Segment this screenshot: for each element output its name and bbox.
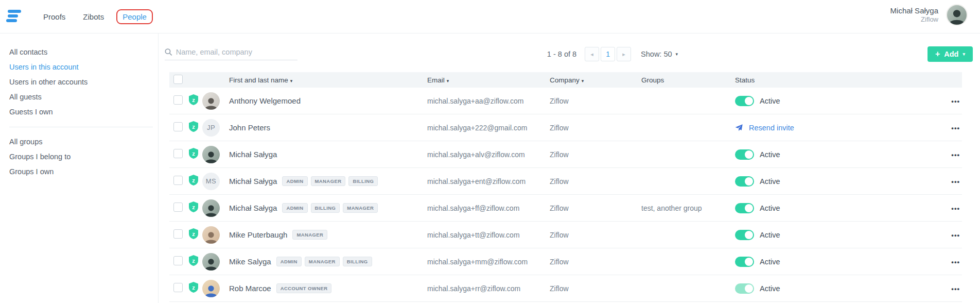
status-toggle[interactable] (735, 149, 754, 160)
row-actions-button[interactable]: ••• (951, 178, 960, 186)
row-actions-button[interactable]: ••• (951, 97, 960, 105)
role-badge: ADMIN (276, 257, 302, 266)
row-checkbox[interactable] (173, 176, 183, 185)
row-actions-button[interactable]: ••• (951, 124, 960, 132)
status-toggle[interactable] (735, 257, 754, 267)
row-checkbox[interactable] (173, 149, 183, 158)
sidebar-item-groups-i-belong-to[interactable]: Groups I belong to (0, 149, 158, 164)
show-per-page-dropdown[interactable]: Show: 50 ▾ (641, 50, 678, 58)
row-checkbox[interactable] (173, 229, 183, 239)
sidebar-item-all-groups[interactable]: All groups (0, 134, 158, 149)
avatar-photo (202, 199, 220, 217)
user-company: Ziflow (550, 284, 641, 293)
row-checkbox[interactable] (173, 122, 183, 131)
ziflow-logo-icon[interactable] (7, 10, 22, 23)
svg-text:z: z (192, 231, 195, 237)
table-header-row: First and last name▾ Email▾ Company▾ Gro… (169, 72, 962, 88)
status-label: Active (760, 231, 780, 239)
current-page-button[interactable]: 1 (601, 47, 615, 61)
ziflow-user-shield-icon: z (189, 201, 198, 212)
main-content: 1 - 8 of 8 ◂ 1 ▸ Show: 50 ▾ + Add ▾ Firs… (159, 33, 980, 303)
table-body: z Anthony Welgemoed michal.salyga+aa@zif… (169, 88, 962, 302)
status-toggle[interactable] (735, 230, 754, 240)
user-email: michal.salyga+mm@ziflow.com (427, 258, 550, 266)
role-badge: BILLING (311, 203, 340, 213)
status-label: Active (760, 97, 780, 105)
user-company: Ziflow (550, 124, 641, 132)
status-label: Active (760, 177, 780, 186)
svg-text:z: z (192, 124, 195, 130)
top-nav: ProofsZibotsPeople Michał Sałyga Ziflow (0, 0, 980, 33)
svg-text:z: z (192, 150, 195, 157)
row-checkbox[interactable] (173, 203, 183, 212)
row-actions-button[interactable]: ••• (951, 151, 960, 159)
ziflow-user-shield-icon: z (189, 282, 198, 293)
avatar-photo (202, 146, 220, 163)
ziflow-user-shield-icon: z (189, 94, 198, 105)
user-avatar[interactable] (946, 4, 968, 26)
row-checkbox[interactable] (173, 256, 183, 265)
search-input[interactable] (176, 48, 297, 56)
row-actions-button[interactable]: ••• (951, 205, 960, 212)
avatar-photo (202, 280, 220, 297)
chevron-down-icon: ▾ (962, 52, 965, 57)
row-checkbox[interactable] (173, 283, 183, 292)
status-toggle[interactable] (735, 283, 754, 294)
role-badge: MANAGER (292, 230, 327, 240)
row-actions-button[interactable]: ••• (951, 258, 960, 266)
nav-item-zibots[interactable]: Zibots (78, 10, 109, 23)
next-page-button[interactable]: ▸ (617, 47, 631, 61)
table-row: z Anthony Welgemoed michal.salyga+aa@zif… (169, 88, 962, 114)
sidebar-item-all-contacts[interactable]: All contacts (0, 45, 158, 60)
table-row: z JP John Peters michal.salyga+222@gmail… (169, 114, 962, 141)
status-toggle[interactable] (735, 176, 754, 187)
sidebar-item-users-in-this-account[interactable]: Users in this account (0, 60, 158, 75)
nav-item-people[interactable]: People (116, 9, 153, 24)
user-name: Rob Marcoe (229, 284, 271, 293)
sidebar-item-users-in-other-accounts[interactable]: Users in other accounts (0, 75, 158, 90)
status-toggle[interactable] (735, 96, 754, 106)
user-email: michal.salyga+ent@ziflow.com (427, 177, 550, 186)
user-company: Ziflow (550, 150, 641, 159)
pagination-range: 1 - 8 of 8 (547, 50, 576, 58)
pagination: 1 - 8 of 8 ◂ 1 ▸ Show: 50 ▾ (547, 47, 678, 61)
plus-icon: + (935, 51, 940, 57)
ziflow-user-shield-icon: z (189, 121, 198, 132)
resend-invite-link[interactable]: Resend invite (749, 124, 794, 132)
svg-text:z: z (192, 177, 195, 183)
user-email: michal.salyga+tt@ziflow.com (427, 231, 550, 239)
column-header-email[interactable]: Email▾ (427, 76, 449, 84)
column-header-company[interactable]: Company▾ (550, 76, 584, 84)
role-badge: MANAGER (311, 176, 346, 186)
chevron-down-icon: ▾ (676, 52, 678, 57)
user-name: Anthony Welgemoed (229, 96, 301, 105)
role-badge: BILLING (348, 176, 378, 186)
ziflow-user-shield-icon: z (189, 255, 198, 266)
column-header-groups: Groups (641, 76, 664, 84)
row-checkbox[interactable] (173, 95, 183, 105)
user-name: Mike Salyga (229, 257, 271, 266)
prev-page-button[interactable]: ◂ (585, 47, 599, 61)
select-all-checkbox[interactable] (173, 75, 183, 84)
role-badge: ADMIN (282, 176, 307, 186)
sidebar-item-guests-i-own[interactable]: Guests I own (0, 105, 158, 120)
role-badge: BILLING (343, 257, 372, 266)
row-actions-button[interactable]: ••• (951, 231, 960, 239)
nav-item-proofs[interactable]: Proofs (38, 10, 71, 23)
avatar-photo (202, 253, 220, 271)
role-badge: ACCOUNT OWNER (276, 283, 332, 293)
user-company: Ziflow (550, 204, 641, 212)
add-button-label: Add (944, 50, 958, 58)
sidebar-item-groups-i-own[interactable]: Groups I own (0, 164, 158, 179)
row-actions-button[interactable]: ••• (951, 285, 960, 293)
status-toggle[interactable] (735, 203, 754, 213)
user-email: michal.salyga+aa@ziflow.com (427, 97, 550, 105)
role-badges: ADMINMANAGERBILLING (276, 257, 372, 266)
sidebar-item-all-guests[interactable]: All guests (0, 90, 158, 105)
role-badges: ADMINBILLINGMANAGER (282, 203, 378, 213)
add-button[interactable]: + Add ▾ (927, 46, 973, 62)
user-name: Michał Sałyga (229, 177, 277, 186)
column-header-name[interactable]: First and last name▾ (229, 76, 292, 84)
svg-text:z: z (192, 258, 195, 264)
column-header-status: Status (735, 76, 755, 84)
